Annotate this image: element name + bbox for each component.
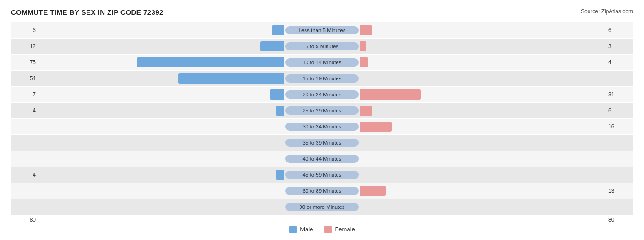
male-side [38, 73, 284, 84]
female-label: Female [335, 226, 355, 233]
male-side [38, 57, 284, 67]
female-bar [360, 89, 421, 100]
right-value: 6 [606, 27, 633, 33]
category-label: 20 to 24 Minutes [285, 90, 359, 99]
bars-center: 90 or more Minutes [38, 199, 606, 215]
right-value: 13 [606, 188, 633, 194]
female-side [360, 73, 606, 84]
male-side [38, 25, 284, 35]
bars-center: 20 to 24 Minutes [38, 87, 606, 102]
male-side [38, 106, 284, 116]
bar-row: 7 20 to 24 Minutes 31 [11, 87, 633, 102]
left-value: 4 [11, 172, 38, 178]
female-side [360, 154, 606, 164]
right-value: 4 [606, 59, 633, 66]
male-side [38, 41, 284, 51]
male-side [38, 154, 284, 164]
female-side [360, 138, 606, 148]
female-bar [360, 25, 372, 35]
source-label: Source: ZipAtlas.com [581, 8, 633, 15]
category-label: 40 to 44 Minutes [285, 155, 359, 163]
female-bar [360, 106, 372, 116]
right-value: 6 [606, 107, 633, 114]
male-side [38, 89, 284, 100]
female-bar [360, 41, 366, 51]
bars-center: 35 to 39 Minutes [38, 135, 606, 151]
category-label: 60 to 89 Minutes [285, 187, 359, 195]
category-label: 35 to 39 Minutes [285, 139, 359, 147]
male-side [38, 186, 284, 196]
bars-center: 10 to 14 Minutes [38, 55, 606, 70]
axis-right-label: 80 [606, 217, 633, 223]
bar-row: 90 or more Minutes [11, 199, 633, 215]
bars-center: 25 to 29 Minutes [38, 103, 606, 118]
male-side [38, 122, 284, 132]
bars-center: Less than 5 Minutes [38, 22, 606, 38]
right-value: 16 [606, 123, 633, 130]
female-side [360, 41, 606, 51]
bar-row: 4 45 to 59 Minutes [11, 167, 633, 183]
category-label: 30 to 34 Minutes [285, 123, 359, 131]
male-bar [178, 73, 284, 84]
legend-row: Male Female [11, 226, 633, 233]
chart-title: COMMUTE TIME BY SEX IN ZIP CODE 72392 [11, 8, 164, 16]
male-bar [260, 41, 284, 51]
male-bar [272, 25, 284, 35]
bar-row: 30 to 34 Minutes 16 [11, 119, 633, 134]
right-value: 3 [606, 43, 633, 50]
bar-row: 75 10 to 14 Minutes 4 [11, 55, 633, 70]
bar-row: 4 25 to 29 Minutes 6 [11, 103, 633, 118]
female-side [360, 202, 606, 212]
bars-center: 45 to 59 Minutes [38, 167, 606, 183]
male-side [38, 138, 284, 148]
male-swatch [289, 226, 297, 233]
left-value: 7 [11, 91, 38, 98]
bars-center: 40 to 44 Minutes [38, 151, 606, 167]
bars-center: 30 to 34 Minutes [38, 119, 606, 134]
bars-center: 15 to 19 Minutes [38, 71, 606, 86]
legend-female: Female [324, 226, 355, 233]
axis-row: 80 80 [11, 217, 633, 223]
left-value: 54 [11, 75, 38, 82]
male-bar [276, 170, 284, 180]
female-bar [360, 122, 392, 132]
category-label: 25 to 29 Minutes [285, 106, 359, 115]
female-side [360, 186, 606, 196]
chart-area: 6 Less than 5 Minutes 6 12 5 to 9 Minute… [11, 22, 633, 215]
female-side [360, 25, 606, 35]
male-label: Male [300, 226, 313, 233]
category-label: 45 to 59 Minutes [285, 171, 359, 179]
category-label: 5 to 9 Minutes [285, 42, 359, 50]
bars-center: 60 to 89 Minutes [38, 183, 606, 199]
female-side [360, 57, 606, 67]
category-label: 10 to 14 Minutes [285, 58, 359, 67]
female-side [360, 89, 606, 100]
bar-row: 12 5 to 9 Minutes 3 [11, 39, 633, 54]
category-label: Less than 5 Minutes [285, 26, 359, 34]
bar-row: 35 to 39 Minutes [11, 135, 633, 151]
male-side [38, 170, 284, 180]
bars-center: 5 to 9 Minutes [38, 39, 606, 54]
male-bar [137, 57, 284, 67]
left-value: 12 [11, 43, 38, 50]
bar-row: 60 to 89 Minutes 13 [11, 183, 633, 199]
axis-left-label: 80 [11, 217, 38, 223]
left-value: 4 [11, 107, 38, 114]
bar-row: 6 Less than 5 Minutes 6 [11, 22, 633, 38]
right-value: 31 [606, 91, 633, 98]
male-bar [276, 106, 284, 116]
male-bar [270, 89, 284, 100]
bar-row: 54 15 to 19 Minutes [11, 71, 633, 86]
male-side [38, 202, 284, 212]
female-side [360, 106, 606, 116]
female-bar [360, 186, 386, 196]
bar-row: 40 to 44 Minutes [11, 151, 633, 167]
female-side [360, 170, 606, 180]
female-bar [360, 57, 368, 67]
legend-male: Male [289, 226, 313, 233]
left-value: 6 [11, 27, 38, 33]
female-side [360, 122, 606, 132]
category-label: 90 or more Minutes [285, 203, 359, 211]
category-label: 15 to 19 Minutes [285, 74, 359, 83]
female-swatch [324, 226, 332, 233]
